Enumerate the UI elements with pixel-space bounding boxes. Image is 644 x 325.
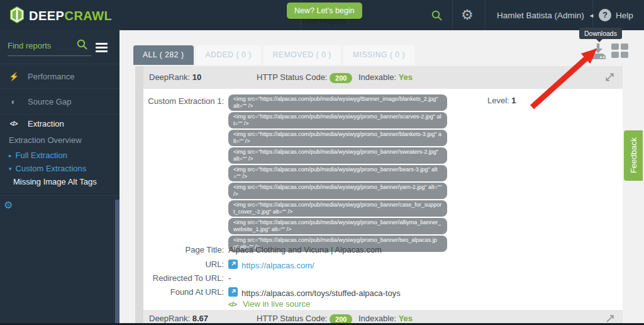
redirected-row: Redirected To URL: - — [143, 273, 623, 283]
redirected-value: - — [228, 273, 231, 283]
new-lets-begin-button[interactable]: New? Let's begin — [287, 3, 362, 19]
external-link-icon[interactable] — [228, 287, 238, 299]
tab-all[interactable]: ALL ( 282 ) — [133, 45, 194, 65]
sidebar-item-extraction-overview[interactable]: Extraction Overview — [9, 135, 82, 145]
url-row: URL: https://alpacas.com/ — [143, 259, 623, 271]
report-tabs: ALL ( 282 ) ADDED ( 0 ) REMOVED ( 0 ) MI… — [133, 45, 414, 65]
code-icon: </> — [9, 120, 18, 127]
deeprank-value: DeepRank: 8.67 — [149, 314, 208, 323]
help-button[interactable]: ? Help — [599, 0, 633, 30]
chevron-right-icon: ▸ — [9, 152, 12, 159]
header-divider — [452, 0, 453, 30]
url-link[interactable]: https://alpacas.com/ — [242, 261, 314, 270]
extraction-badge: <img src="https://alpacas.com/pub/media/… — [228, 183, 447, 199]
record-header[interactable]: DeepRank: 8.67 HTTP Status Code: 200 Ind… — [143, 310, 623, 323]
extraction-badge: <img src="https://alpacas.com/pub/media/… — [228, 130, 447, 146]
extraction-badge: <img src="https://alpacas.com/pub/media/… — [228, 94, 447, 111]
settings-gear-icon[interactable]: ⚙ — [461, 6, 474, 25]
expand-record-icon[interactable] — [604, 72, 615, 85]
record-detail: Custom Extraction 1: <img src="https://a… — [143, 89, 623, 310]
records-scrollbar-track[interactable] — [135, 66, 143, 323]
chevron-down-icon: ▾ — [9, 166, 12, 172]
page-title-row: Page Title: Alpaca Clothing and Vicuna |… — [143, 245, 623, 254]
sidebar-item-performance[interactable]: ⚡ Performance — [0, 64, 119, 88]
user-name-label: Hamlet Batista (Admin) — [497, 11, 584, 20]
header-divider — [485, 0, 486, 30]
field-label: Page Title: — [143, 245, 224, 254]
sidebar-item-extraction[interactable]: </> Extraction — [0, 114, 119, 133]
http-status: HTTP Status Code: 200 — [257, 72, 352, 83]
find-reports-search-icon[interactable] — [77, 39, 87, 52]
field-label: URL: — [143, 259, 224, 269]
grid-view-icon[interactable] — [611, 43, 628, 58]
field-label: Found At URL: — [143, 287, 224, 297]
report-settings-gear-icon[interactable]: ⚙ — [4, 199, 13, 211]
field-label: Redirected To URL: — [143, 273, 224, 283]
external-link-icon[interactable] — [228, 259, 238, 271]
red-annotation-arrow — [522, 42, 604, 120]
tab-removed[interactable]: REMOVED ( 0 ) — [264, 45, 341, 65]
extraction-badge: <img src="https://alpacas.com/pub/media/… — [228, 165, 447, 181]
find-reports-input[interactable]: Find reports — [8, 41, 51, 50]
sidebar-item-custom-extractions[interactable]: ▾Custom Extractions — [9, 164, 86, 173]
expand-record-icon[interactable] — [604, 314, 615, 323]
http-status: HTTP Status Code: 200 — [257, 314, 352, 323]
top-header: DEEPCRAWL Find Projects New? Let's begin… — [0, 0, 644, 30]
tab-added[interactable]: ADDED ( 0 ) — [196, 45, 261, 65]
logo-text: DEEPCRAWL — [29, 9, 112, 23]
sidebar-item-label: Custom Extractions — [16, 164, 87, 173]
help-label: Help — [616, 11, 633, 20]
sidebar-item-label: Extraction — [28, 119, 64, 128]
user-menu[interactable]: Hamlet Batista (Admin) ◂ — [497, 0, 593, 30]
indexable-status: Indexable: Yes — [358, 72, 413, 82]
sidebar-item-source-gap[interactable]: ◐ Source Gap — [0, 88, 119, 114]
view-in-live-source-link[interactable]: </> View in live source — [228, 299, 310, 309]
sidebar-divider — [0, 195, 119, 196]
tooltip-caret — [596, 38, 603, 42]
field-label: Custom Extraction 1: — [143, 96, 224, 106]
sidebar-item-label: Full Extraction — [16, 151, 67, 160]
status-code-badge: 200 — [330, 73, 352, 83]
extraction-badge: <img src="https://alpacas.com/pub/media/… — [228, 218, 447, 234]
search-icon[interactable] — [431, 10, 442, 23]
found-at-row: Found At URL: https://alpacas.com/toys/s… — [143, 287, 623, 299]
deepcrawl-logo[interactable]: DEEPCRAWL — [9, 6, 112, 26]
page-title-value: Alpaca Clothing and Vicuna | Alpacas.com — [228, 245, 382, 254]
tab-missing[interactable]: MISSING ( 0 ) — [343, 45, 414, 65]
status-code-badge: 200 — [330, 314, 352, 323]
sidebar-item-label: Source Gap — [28, 97, 71, 106]
sidebar: Find reports ⚡ Performance ◐ Source Gap … — [0, 30, 119, 325]
feedback-label: Feedback — [629, 137, 638, 173]
sidebar-item-full-extraction[interactable]: ▸Full Extraction — [9, 151, 67, 160]
extraction-badge: <img src="https://alpacas.com/pub/media/… — [228, 200, 447, 217]
user-menu-caret-icon: ◂ — [590, 11, 594, 20]
feedback-button[interactable]: Feedback — [624, 130, 643, 181]
code-icon: </> — [228, 300, 236, 308]
extraction-badge: <img src="https://alpacas.com/pub/media/… — [228, 147, 447, 164]
sidebar-item-label: Performance — [28, 72, 74, 81]
found-at-value: https://alpacas.com/toys/stuffed-alpaca-… — [242, 288, 401, 298]
indexable-status: Indexable: Yes — [358, 314, 413, 323]
lightning-icon: ⚡ — [9, 72, 18, 81]
deepcrawl-cube-icon — [9, 6, 25, 26]
deeprank-value: DeepRank: 10 — [149, 72, 201, 82]
menu-hamburger-icon[interactable] — [96, 43, 108, 54]
question-circle-icon: ? — [599, 9, 611, 21]
find-reports-underline — [8, 55, 91, 56]
level-value: Level: 1 — [487, 96, 516, 105]
view-source-label: View in live source — [243, 299, 310, 309]
deepcrawl-app: DEEPCRAWL Find Projects New? Let's begin… — [0, 0, 644, 325]
extraction-badge: <img src="https://alpacas.com/pub/media/… — [228, 112, 447, 128]
contrast-icon: ◐ — [9, 97, 18, 106]
extraction-badges: <img src="https://alpacas.com/pub/media/… — [228, 94, 450, 253]
view-source-row: </> View in live source — [143, 299, 623, 309]
sidebar-item-missing-image-alt-tags[interactable]: Missing Image Alt Tags — [13, 177, 97, 186]
sidebar-scrollbar[interactable] — [115, 200, 119, 325]
downloads-tooltip: Downloads — [579, 28, 622, 39]
